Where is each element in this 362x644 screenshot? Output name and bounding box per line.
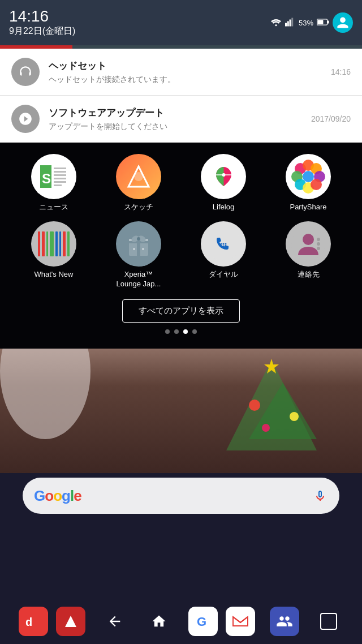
notification-update[interactable]: ソフトウェアアップデート アップデートを開始してください 2017/09/20 xyxy=(0,96,362,143)
page-dot-1[interactable] xyxy=(174,329,179,334)
bottom-app-people[interactable] xyxy=(270,607,299,636)
recent-button[interactable] xyxy=(314,607,343,636)
wifi-icon xyxy=(270,18,282,28)
update-notif-title: ソフトウェアアップデート xyxy=(49,106,305,119)
bottom-app-tv[interactable] xyxy=(56,607,85,636)
contact-icon-wrap xyxy=(286,221,331,267)
svg-text:G: G xyxy=(197,615,206,629)
dial-icon-wrap xyxy=(201,221,246,267)
app-row-1: S ニュース xyxy=(0,149,362,217)
svg-point-44 xyxy=(223,245,225,247)
sketch-icon-wrap xyxy=(116,154,161,199)
svg-text:S: S xyxy=(42,171,51,186)
contact-label: 連絡先 xyxy=(298,270,320,280)
contact-icon xyxy=(286,221,331,267)
page-dot-3[interactable] xyxy=(192,329,197,334)
bottom-app-dpoint[interactable]: d xyxy=(19,607,48,636)
progress-bar-container xyxy=(0,45,362,49)
dpoint-icon: d xyxy=(23,611,44,632)
status-bar: 14:16 9月22日(金曜日) 53% xyxy=(0,0,362,45)
show-all-apps-button-container: すべてのアプリを表示 xyxy=(0,299,362,323)
bottom-app-google[interactable]: G xyxy=(188,607,218,636)
whatsnew-icon xyxy=(31,221,76,267)
news-icon: S xyxy=(31,154,76,199)
battery-icon xyxy=(317,18,329,28)
svg-point-17 xyxy=(134,172,143,181)
svg-point-19 xyxy=(222,173,225,177)
app-lifelog[interactable]: Lifelog xyxy=(189,154,257,212)
app-xperia[interactable]: Xperia™ Lounge Jap... xyxy=(105,221,173,289)
xperia-icon xyxy=(116,221,161,267)
people-icon xyxy=(276,613,293,630)
google-g: G xyxy=(34,487,45,504)
dial-icon xyxy=(201,221,246,267)
bottom-dock-apps: d xyxy=(19,607,85,636)
bottom-dock-apps-right: G xyxy=(188,607,255,636)
dial-label: ダイヤル xyxy=(209,270,238,280)
bottom-nav: d G xyxy=(0,599,362,644)
google-app-icon: G xyxy=(194,612,212,630)
page-dot-2[interactable] xyxy=(183,329,188,334)
xperia-label: Xperia™ Lounge Jap... xyxy=(117,270,161,289)
svg-point-41 xyxy=(223,243,225,244)
notification-headset[interactable]: ヘッドセット ヘッドセットが接続されています。 14:16 xyxy=(0,49,362,96)
svg-point-56 xyxy=(262,424,270,432)
tv-icon xyxy=(61,611,81,632)
bottom-app-gmail[interactable] xyxy=(226,607,255,636)
app-partyshare[interactable]: PartyShare xyxy=(274,154,342,212)
news-label: ニュース xyxy=(39,203,68,212)
update-notif-time: 2017/09/20 xyxy=(311,114,351,123)
status-date: 9月22日(金曜日) xyxy=(9,25,75,37)
home-wallpaper xyxy=(0,349,362,473)
mic-icon[interactable] xyxy=(312,488,328,504)
back-icon xyxy=(107,613,123,629)
lifelog-icon xyxy=(201,154,246,199)
partyshare-label: PartyShare xyxy=(290,203,326,212)
lifelog-icon-wrap xyxy=(201,154,246,199)
headset-notif-time: 14:16 xyxy=(331,67,351,76)
svg-rect-6 xyxy=(317,20,323,24)
whatsnew-icon-wrap xyxy=(31,221,76,267)
headset-notif-content: ヘッドセット ヘッドセットが接続されています。 xyxy=(49,59,325,85)
svg-rect-15 xyxy=(54,184,62,186)
google-search-bar[interactable]: Google xyxy=(23,478,339,514)
show-all-apps-button[interactable]: すべてのアプリを表示 xyxy=(122,299,240,323)
gmail-icon xyxy=(231,612,249,630)
news-icon-wrap: S xyxy=(31,154,76,199)
svg-point-29 xyxy=(311,179,322,190)
svg-point-45 xyxy=(225,245,227,247)
svg-rect-11 xyxy=(54,171,66,173)
svg-point-49 xyxy=(317,242,320,246)
app-grid-section: S ニュース xyxy=(0,143,362,349)
svg-marker-59 xyxy=(65,616,76,627)
app-whatsnew[interactable]: What's New xyxy=(20,221,88,289)
xperia-icon-wrap xyxy=(116,221,161,267)
google-o1: o xyxy=(45,487,53,504)
signal-icon xyxy=(285,18,295,28)
headset-notif-title: ヘッドセット xyxy=(49,59,325,72)
svg-point-42 xyxy=(225,243,227,244)
sketch-icon xyxy=(116,154,161,199)
status-icons: 53% xyxy=(270,12,353,33)
partyshare-icon-wrap xyxy=(286,154,331,199)
update-icon-circle xyxy=(11,105,40,133)
headset-notif-body: ヘッドセットが接続されています。 xyxy=(49,75,325,85)
svg-rect-2 xyxy=(289,19,291,26)
avatar[interactable] xyxy=(333,12,353,33)
app-dial[interactable]: ダイヤル xyxy=(189,221,257,289)
battery-percentage: 53% xyxy=(299,19,313,27)
status-time: 14:16 xyxy=(9,8,75,25)
google-e: e xyxy=(74,487,81,504)
update-notif-content: ソフトウェアアップデート アップデートを開始してください xyxy=(49,106,305,132)
home-button[interactable] xyxy=(144,607,174,636)
svg-rect-13 xyxy=(54,178,66,179)
svg-point-37 xyxy=(133,248,135,250)
back-button[interactable] xyxy=(100,607,130,636)
app-news[interactable]: S ニュース xyxy=(20,154,88,212)
svg-point-38 xyxy=(142,248,144,250)
svg-point-40 xyxy=(221,243,222,244)
recent-icon xyxy=(320,613,337,630)
app-contact[interactable]: 連絡先 xyxy=(274,221,342,289)
page-dot-0[interactable] xyxy=(165,329,170,334)
app-sketch[interactable]: スケッチ xyxy=(105,154,173,212)
